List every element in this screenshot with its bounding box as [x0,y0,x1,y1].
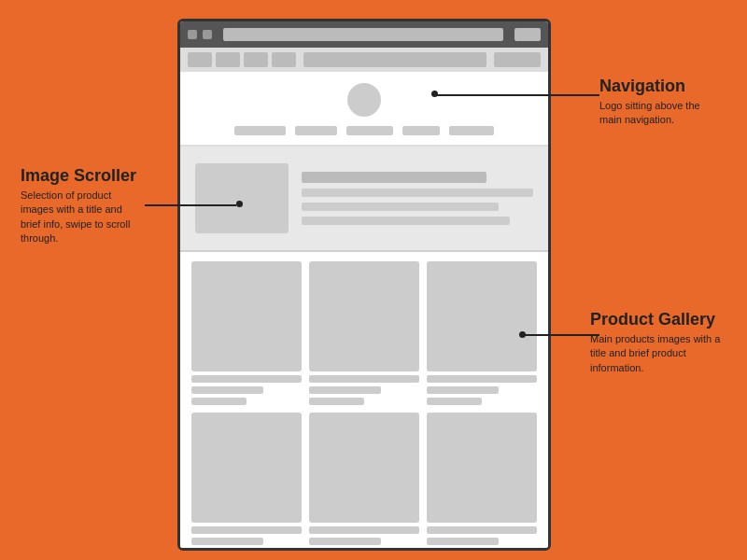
gallery-image-3 [427,261,537,371]
nav-logo [347,83,381,117]
nav-link-4[interactable] [402,126,440,135]
gallery-image-6 [427,413,537,523]
gallery-item-1[interactable] [191,261,302,405]
image-scroller-section [180,147,548,252]
wireframe-device [177,19,551,551]
toolbar-url-bar[interactable] [303,52,486,67]
toolbar [180,48,548,72]
gallery-text-6b [427,538,499,545]
navigation-annotation-title: Navigation [599,77,721,96]
hero-title-bar [302,172,486,183]
gallery-text-1a [191,375,302,383]
gallery-text-3c [427,398,482,405]
browser-bar [180,21,548,48]
gallery-text-1c [191,398,247,405]
image-scroller-annotation-line [145,204,236,206]
navigation-annotation-desc: Logo sitting above the main navigation. [599,99,721,128]
product-gallery-annotation-title: Product Gallery [590,310,721,329]
page-content [180,72,548,548]
tab-btn-2[interactable] [216,52,240,67]
gallery-text-2b [309,386,381,394]
nav-link-3[interactable] [346,126,393,135]
gallery-image-2 [309,261,419,371]
nav-links [195,126,533,135]
product-gallery-annotation-desc: Main products images with a title and br… [590,332,721,375]
image-scroller-annotation-dot [236,201,243,207]
gallery-image-5 [309,413,419,523]
browser-dot-1 [188,30,197,39]
hero-line-1 [302,189,533,197]
navigation-annotation: Navigation Logo sitting above the main n… [599,77,721,128]
product-gallery-section [180,252,548,548]
gallery-text-5b [309,538,381,545]
browser-action-btn [514,28,541,41]
gallery-text-1b [191,386,263,394]
gallery-text-2c [309,398,364,405]
hero-line-3 [302,217,510,225]
tab-btn-3[interactable] [244,52,268,67]
browser-url-bar [223,28,503,41]
image-scroller-annotation: Image Scroller Selection of product imag… [21,166,142,246]
tab-btn-4[interactable] [272,52,296,67]
product-gallery-annotation-line [523,334,599,336]
gallery-text-5a [309,526,419,534]
gallery-text-2a [309,375,419,383]
gallery-item-2[interactable] [309,261,419,405]
gallery-grid [191,261,537,548]
gallery-text-3a [427,375,537,383]
hero-text-area [302,172,533,225]
gallery-image-4 [191,413,302,523]
gallery-item-4[interactable] [191,413,302,548]
nav-link-1[interactable] [234,126,286,135]
nav-link-5[interactable] [449,126,494,135]
navigation-section [180,72,548,147]
gallery-item-6[interactable] [427,413,537,548]
gallery-text-4a [191,526,302,534]
browser-dot-2 [203,30,212,39]
gallery-item-5[interactable] [309,413,419,548]
gallery-text-4b [191,538,263,545]
product-gallery-annotation: Product Gallery Main products images wit… [590,310,721,375]
hero-image [195,163,289,233]
nav-logo-area [195,83,533,117]
navigation-annotation-line [435,94,599,96]
gallery-text-6a [427,526,537,534]
toolbar-right-btn[interactable] [494,52,541,67]
nav-link-2[interactable] [295,126,337,135]
image-scroller-annotation-desc: Selection of product images with a title… [21,189,142,246]
gallery-text-3b [427,386,499,394]
hero-line-2 [302,203,499,211]
tab-btn-1[interactable] [188,52,212,67]
gallery-image-1 [191,261,302,371]
image-scroller-annotation-title: Image Scroller [21,166,142,186]
